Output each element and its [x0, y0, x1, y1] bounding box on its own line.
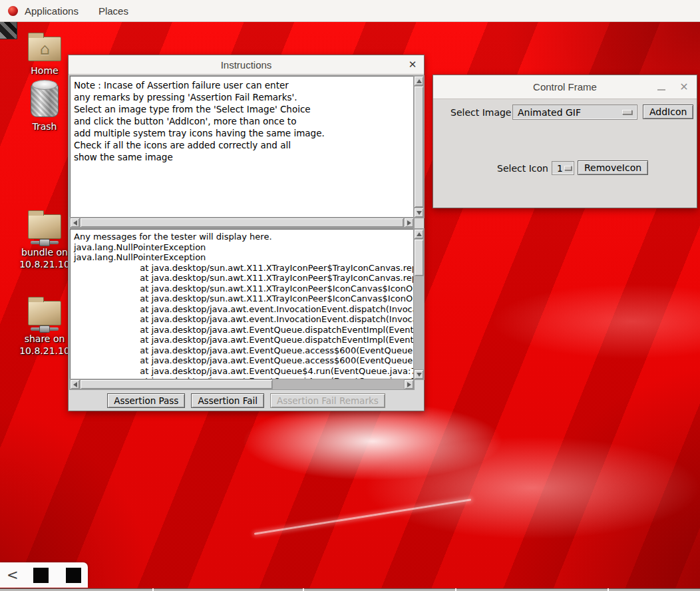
tray-icon[interactable]: [33, 568, 49, 583]
instructions-window: Instructions ✕ Note : Incase of Assertio…: [68, 55, 425, 411]
scroll-thumb[interactable]: [414, 86, 424, 208]
choice-drop-icon: [564, 166, 572, 170]
scroll-thumb[interactable]: [414, 239, 424, 276]
corner-thumbnail-image: [0, 22, 17, 39]
up-arrow-icon: [417, 232, 422, 236]
scroll-down-button[interactable]: [414, 369, 424, 379]
scroll-left-button[interactable]: [70, 379, 80, 389]
control-frame-titlebar[interactable]: Control Frame ✕: [433, 75, 697, 99]
house-glyph-icon: ⌂: [29, 39, 61, 60]
system-tray-panel: <: [0, 562, 88, 588]
trash-icon: [31, 84, 59, 117]
minimize-button[interactable]: [653, 75, 670, 98]
scroll-right-button[interactable]: [404, 379, 414, 389]
close-button[interactable]: ✕: [675, 75, 693, 98]
scroll-up-button[interactable]: [414, 229, 424, 239]
scroll-down-button[interactable]: [414, 208, 424, 218]
removeicon-button[interactable]: RemoveIcon: [578, 160, 648, 175]
desktop-icon-bundle-share[interactable]: bundle on 10.8.21.10: [13, 210, 77, 270]
instructions-textarea: Note : Incase of Assertion failure user …: [70, 76, 424, 228]
desktop-icon-label: Home: [13, 65, 77, 77]
desktop-icon-label: share on 10.8.21.10: [13, 333, 77, 357]
left-arrow-icon: [73, 220, 77, 226]
window-title: Control Frame: [533, 81, 597, 93]
tray-expand-chevron[interactable]: <: [7, 568, 19, 582]
icon-choice-dropdown[interactable]: 1: [552, 161, 574, 175]
up-arrow-icon: [417, 79, 422, 83]
scroll-thumb[interactable]: [80, 218, 404, 228]
close-icon: ✕: [679, 81, 688, 93]
scroll-thumb[interactable]: [80, 379, 273, 389]
image-choice-value: Animated GIF: [518, 107, 581, 118]
desktop-icon-label: bundle on 10.8.21.10: [13, 246, 77, 270]
taskbar-window-button[interactable]: [0, 588, 152, 591]
down-arrow-icon: [417, 373, 422, 377]
right-arrow-icon: [407, 220, 411, 226]
window-title: Instructions: [221, 59, 272, 71]
taskbar-window-button[interactable]: [609, 588, 700, 591]
horizontal-scrollbar[interactable]: [70, 379, 414, 389]
window-list-strip: [0, 588, 700, 591]
addicon-button[interactable]: AddIcon: [643, 104, 693, 119]
close-button[interactable]: ✕: [404, 55, 421, 74]
network-plug-icon: [31, 327, 59, 331]
desktop-icon-share[interactable]: share on 10.8.21.10: [13, 296, 77, 357]
assertion-button-row: Assertion Pass Assertion Fail Assertion …: [69, 393, 424, 408]
taskbar-window-button[interactable]: [154, 588, 303, 591]
desktop-icon-trash[interactable]: Trash: [13, 79, 77, 132]
distro-logo-icon: [8, 6, 18, 16]
desktop-icon-home[interactable]: ⌂ Home: [13, 32, 77, 77]
instructions-text: Note : Incase of Assertion failure user …: [71, 77, 413, 163]
menu-places[interactable]: Places: [92, 1, 135, 21]
assertion-fail-button[interactable]: Assertion Fail: [191, 393, 264, 408]
choice-drop-icon: [622, 110, 632, 114]
messages-text-region[interactable]: Any messages for the tester will display…: [70, 229, 414, 379]
messages-textarea: Any messages for the tester will display…: [70, 229, 424, 389]
control-frame-body: Select Image Animated GIF AddIcon Select…: [433, 99, 697, 208]
minimize-icon: [657, 89, 665, 91]
image-choice-dropdown[interactable]: Animated GIF: [512, 104, 637, 120]
vertical-scrollbar[interactable]: [414, 229, 424, 379]
vertical-scrollbar[interactable]: [414, 76, 424, 218]
home-folder-icon: ⌂: [28, 37, 61, 61]
right-arrow-icon: [407, 382, 411, 387]
tray-icon[interactable]: [66, 568, 81, 583]
scroll-up-button[interactable]: [414, 76, 424, 86]
menu-applications[interactable]: Applications: [18, 1, 85, 21]
instructions-titlebar[interactable]: Instructions ✕: [69, 55, 424, 75]
scroll-left-button[interactable]: [70, 218, 80, 228]
left-arrow-icon: [73, 382, 77, 387]
assertion-pass-button[interactable]: Assertion Pass: [107, 393, 185, 408]
close-icon: ✕: [409, 59, 417, 71]
top-menu-bar: Applications Places: [0, 0, 700, 22]
assertion-fail-remarks-button[interactable]: Assertion Fail Remarks: [270, 393, 385, 408]
control-frame-window: Control Frame ✕ Select Image Animated GI…: [433, 75, 697, 208]
desktop-icon-label: Trash: [13, 120, 77, 132]
wallpaper-light-streak: [254, 498, 471, 535]
desktop-screen: Applications Places ⌂ Home Trash bundle …: [0, 0, 700, 591]
icon-choice-value: 1: [557, 163, 563, 174]
network-folder-icon: [28, 301, 61, 325]
network-plug-icon: [31, 241, 59, 244]
select-icon-label: Select Icon: [497, 163, 548, 174]
messages-text: Any messages for the tester will display…: [71, 230, 413, 379]
taskbar-window-button[interactable]: [456, 588, 608, 591]
instructions-text-region[interactable]: Note : Incase of Assertion failure user …: [70, 76, 414, 218]
horizontal-scrollbar[interactable]: [70, 218, 414, 228]
down-arrow-icon: [417, 211, 422, 215]
select-image-label: Select Image: [450, 107, 512, 118]
network-folder-icon: [28, 214, 61, 239]
scroll-right-button[interactable]: [404, 218, 414, 228]
taskbar-window-button[interactable]: [304, 588, 455, 591]
